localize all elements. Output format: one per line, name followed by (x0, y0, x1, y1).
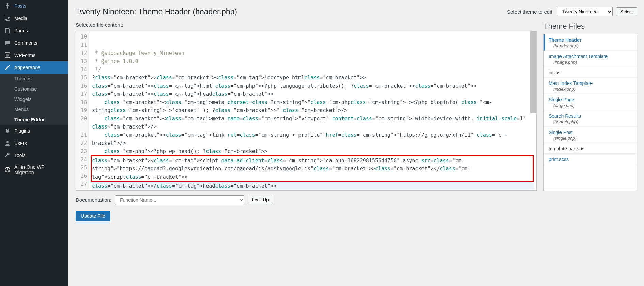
doc-label: Documentation: (76, 197, 111, 203)
sidebar-item-migration[interactable]: All-in-One WP Migration (0, 162, 68, 178)
theme-files-list[interactable]: Theme Header(header.php)Image Attachment… (543, 34, 637, 191)
file-item[interactable]: Single Post(single.php) (544, 127, 637, 143)
sidebar-item-appearance[interactable]: Appearance (0, 61, 68, 74)
theme-select[interactable]: Twenty Nineteen (557, 7, 613, 16)
sidebar-item-label: Media (14, 16, 27, 21)
svg-rect-3 (6, 56, 8, 57)
sidebar-item-wpforms[interactable]: WPForms (0, 49, 68, 61)
file-item[interactable]: Theme Header(header.php) (544, 34, 637, 51)
svg-point-4 (6, 141, 9, 143)
file-item[interactable]: Main Index Template(index.php) (544, 78, 637, 94)
code-textarea[interactable]: * @subpackage Twenty_Nineteen * @since 1… (89, 31, 536, 190)
subtitle: Selected file content: (76, 22, 537, 28)
file-item[interactable]: print.scss (544, 154, 637, 164)
sidebar-item-label: Tools (14, 153, 26, 158)
admin-sidebar: Posts Media Pages Comments WPForms Appea… (0, 0, 68, 286)
circle-icon (4, 166, 11, 173)
sidebar-item-comments[interactable]: Comments (0, 37, 68, 49)
sidebar-submenu: Themes Customise Widgets Menus Theme Edi… (0, 74, 68, 125)
file-item[interactable]: Image Attachment Template(image.php) (544, 51, 637, 67)
page-icon (4, 27, 11, 34)
sidebar-item-label: All-in-One WP Migration (14, 164, 64, 175)
theme-select-label: Select theme to edit: (507, 9, 554, 15)
chevron-right-icon: ▶ (557, 70, 559, 75)
sidebar-item-users[interactable]: Users (0, 137, 68, 149)
file-item[interactable]: Search Results(search.php) (544, 110, 637, 127)
sidebar-sub-customise[interactable]: Customise (0, 84, 68, 94)
sidebar-item-label: Users (14, 140, 27, 146)
line-gutter: 1011121314151617181920 21222324252627 (76, 31, 89, 190)
scrollbar[interactable] (530, 31, 536, 113)
pin-icon (4, 3, 11, 10)
file-item[interactable]: inc▶ (544, 67, 637, 78)
sidebar-sub-widgets[interactable]: Widgets (0, 94, 68, 104)
user-icon (4, 140, 11, 147)
file-item[interactable]: template-parts▶ (544, 143, 637, 154)
code-editor[interactable]: 1011121314151617181920 21222324252627 * … (76, 31, 537, 191)
sidebar-sub-themes[interactable]: Themes (0, 74, 68, 84)
chevron-right-icon: ▶ (581, 146, 584, 151)
select-button[interactable]: Select (616, 7, 637, 16)
sidebar-item-pages[interactable]: Pages (0, 25, 68, 37)
media-icon (4, 15, 11, 22)
sidebar-item-tools[interactable]: Tools (0, 149, 68, 162)
page-title: Twenty Nineteen: Theme Header (header.ph… (76, 7, 237, 17)
sidebar-item-plugins[interactable]: Plugins (0, 125, 68, 137)
documentation-row: Documentation: Function Name... Look Up (76, 195, 537, 205)
main-content: Twenty Nineteen: Theme Header (header.ph… (68, 0, 644, 286)
function-select[interactable]: Function Name... (115, 195, 244, 205)
sidebar-item-label: Comments (14, 40, 37, 46)
sidebar-item-label: Pages (14, 28, 28, 33)
wrench-icon (4, 152, 11, 159)
form-icon (4, 52, 11, 59)
svg-rect-1 (6, 54, 9, 55)
brush-icon (4, 64, 11, 71)
svg-rect-2 (6, 55, 9, 56)
plugin-icon (4, 127, 11, 134)
theme-selector-row: Select theme to edit: Twenty Nineteen Se… (507, 7, 637, 16)
sidebar-item-posts[interactable]: Posts (0, 0, 68, 12)
sidebar-sub-menus[interactable]: Menus (0, 104, 68, 115)
file-item[interactable]: Single Page(page.php) (544, 94, 637, 110)
comment-icon (4, 40, 11, 46)
sidebar-item-label: WPForms (14, 52, 35, 58)
update-file-button[interactable]: Update File (76, 211, 110, 221)
lookup-button[interactable]: Look Up (248, 196, 273, 204)
files-heading: Theme Files (543, 22, 637, 31)
sidebar-item-label: Appearance (14, 65, 40, 70)
sidebar-item-label: Posts (14, 3, 26, 9)
sidebar-sub-theme-editor[interactable]: Theme Editor (0, 115, 68, 125)
sidebar-item-media[interactable]: Media (0, 12, 68, 25)
sidebar-item-label: Plugins (14, 128, 30, 134)
